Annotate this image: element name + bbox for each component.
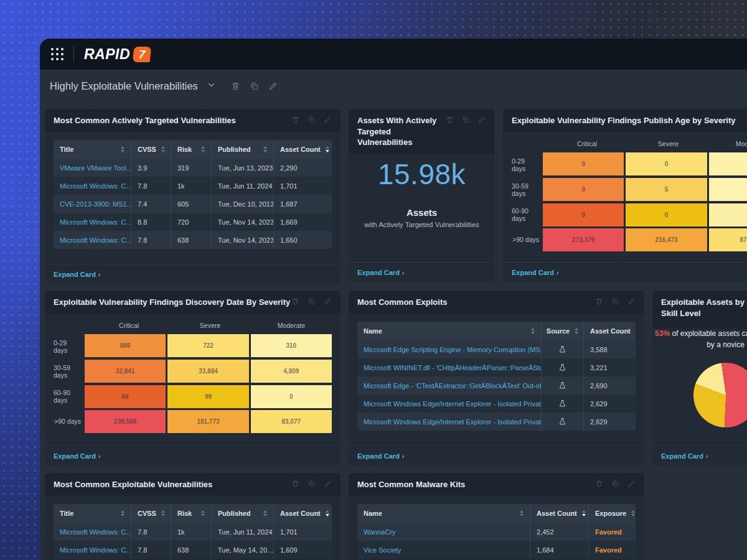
table-row[interactable]: WannaCry 2,452 Favored: [357, 523, 636, 541]
column-header[interactable]: Risk: [171, 504, 211, 523]
column-header[interactable]: Asset Count: [273, 504, 332, 523]
expand-card-link[interactable]: Expand Card›: [357, 269, 405, 276]
vuln-title-link[interactable]: Microsoft Windows: C…: [54, 541, 131, 559]
exploit-name-link[interactable]: Microsoft Edge Scripting Engine - Memory…: [357, 340, 541, 358]
heatmap-cell[interactable]: 33,884: [167, 360, 248, 383]
column-header[interactable]: Asset Count: [273, 140, 332, 159]
expand-card-link[interactable]: Expand Card›: [661, 452, 708, 460]
table-row[interactable]: Microsoft Windows Edge/Internet Explorer…: [357, 394, 636, 413]
malware-name-link[interactable]: WannaCry: [357, 523, 530, 541]
column-header[interactable]: CVSS: [131, 504, 171, 523]
table-row[interactable]: Microsoft WININET.dll - 'CHttpÂHeaderÂPa…: [357, 358, 636, 376]
heatmap-cell[interactable]: 66: [85, 385, 166, 408]
column-header[interactable]: Exposure: [588, 504, 636, 523]
duplicate-icon[interactable]: [611, 480, 619, 488]
heatmap-cell[interactable]: 886: [85, 334, 166, 357]
table-row[interactable]: Microsoft Edge Scripting Engine - Memory…: [357, 340, 636, 358]
heatmap-cell[interactable]: 99: [167, 385, 248, 408]
malware-name-link[interactable]: Vice Society: [357, 541, 530, 559]
heatmap-cell[interactable]: 0: [251, 385, 332, 408]
trash-icon[interactable]: [595, 297, 603, 306]
column-header[interactable]: CVSS: [131, 140, 171, 159]
column-header[interactable]: Name: [357, 322, 541, 340]
trash-icon[interactable]: [291, 480, 299, 488]
duplicate-icon[interactable]: [308, 480, 316, 488]
edit-icon[interactable]: [268, 82, 278, 91]
vuln-title-link[interactable]: VMware VMware Tool…: [54, 159, 131, 177]
skill-level-pie-chart[interactable]: [693, 363, 747, 427]
heatmap-cell[interactable]: 239,586: [85, 410, 166, 433]
table-row[interactable]: Microsoft Windows: C… 7.8 1k Tue, Jun 11…: [54, 523, 332, 541]
vuln-title-link[interactable]: CVE-2013-3900: MS1…: [54, 195, 131, 213]
vuln-title-link[interactable]: Microsoft Windows: C…: [54, 523, 131, 541]
table-row[interactable]: Microsoft Windows: C… 7.8 638 Tue, Nov 1…: [54, 231, 332, 249]
duplicate-icon[interactable]: [611, 297, 619, 306]
heatmap-cell[interactable]: 0: [543, 178, 624, 201]
edit-icon[interactable]: [324, 480, 332, 488]
column-header[interactable]: Published: [211, 140, 273, 159]
edit-icon[interactable]: [478, 116, 486, 124]
heatmap-cell[interactable]: 4,809: [251, 360, 332, 383]
heatmap-cell[interactable]: 273,379: [543, 228, 624, 251]
heatmap-cell[interactable]: 0: [709, 203, 747, 226]
table-row[interactable]: Microsoft Windows: C… 8.8 720 Tue, Nov 1…: [54, 213, 332, 231]
heatmap-cell[interactable]: 0: [626, 203, 707, 226]
duplicate-icon[interactable]: [308, 297, 316, 306]
heatmap-cell[interactable]: 32,841: [85, 360, 166, 383]
trash-icon[interactable]: [595, 480, 603, 488]
chevron-down-icon[interactable]: [207, 80, 216, 92]
heatmap-cell[interactable]: 87,877: [709, 228, 747, 251]
exploit-name-link[interactable]: Microsoft Windows Edge/Internet Explorer…: [357, 394, 541, 413]
trash-icon[interactable]: [291, 116, 299, 124]
exploit-name-link[interactable]: Microsoft Windows Edge/Internet Explorer…: [357, 413, 541, 431]
heatmap-cell[interactable]: 0: [543, 203, 624, 226]
table-row[interactable]: Microsoft Windows: C… 7.8 1k Tue, Jun 11…: [54, 177, 332, 195]
heatmap-cell[interactable]: 83,077: [251, 410, 332, 433]
expand-card-link[interactable]: Expand Card›: [512, 269, 559, 276]
duplicate-icon[interactable]: [462, 116, 470, 124]
heatmap-cell[interactable]: 181,773: [167, 410, 248, 433]
exploit-name-link[interactable]: Microsoft Edge - 'CTextÂExtractor::GetÂB…: [357, 376, 541, 394]
table-row[interactable]: VMware VMware Tool… 3.9 319 Tue, Jun 13,…: [54, 159, 332, 177]
asset-count-value: 1,701: [273, 177, 332, 195]
column-header[interactable]: Published: [211, 504, 273, 523]
expand-card-link[interactable]: Expand Card›: [357, 452, 405, 460]
column-header[interactable]: Name: [357, 504, 530, 523]
table-row[interactable]: CVE-2013-3900: MS1… 7.4 605 Tue, Dec 10,…: [54, 195, 332, 213]
heatmap-cell[interactable]: 310: [251, 334, 332, 357]
heatmap-cell[interactable]: 216,473: [626, 228, 707, 251]
table-row[interactable]: Microsoft Edge - 'CTextÂExtractor::GetÂB…: [357, 376, 636, 394]
trash-icon[interactable]: [291, 297, 299, 306]
expand-card-link[interactable]: Expand Card›: [54, 271, 101, 278]
column-header[interactable]: Title: [54, 140, 131, 159]
table-row[interactable]: Microsoft Windows Edge/Internet Explorer…: [357, 413, 636, 431]
edit-icon[interactable]: [324, 116, 332, 124]
heatmap-cell[interactable]: 0: [709, 178, 747, 201]
table-row[interactable]: Vice Society 1,684 Favored: [357, 541, 636, 559]
heatmap-cell[interactable]: 5: [626, 178, 707, 201]
duplicate-icon[interactable]: [308, 116, 316, 124]
vuln-title-link[interactable]: Microsoft Windows: C…: [54, 213, 131, 231]
heatmap-cell[interactable]: 0: [543, 152, 624, 175]
column-header[interactable]: Source: [541, 322, 583, 340]
heatmap-cell[interactable]: 722: [167, 334, 248, 357]
trash-icon[interactable]: [446, 116, 454, 124]
vuln-title-link[interactable]: Microsoft Windows: C…: [54, 177, 131, 195]
heatmap-cell[interactable]: 0: [626, 152, 707, 175]
trash-icon[interactable]: [231, 82, 240, 91]
column-header[interactable]: Risk: [171, 140, 211, 159]
duplicate-icon[interactable]: [250, 82, 259, 91]
expand-card-link[interactable]: Expand Card›: [54, 452, 101, 460]
exploit-name-link[interactable]: Microsoft WININET.dll - 'CHttpÂHeaderÂPa…: [357, 358, 541, 376]
edit-icon[interactable]: [324, 297, 332, 306]
edit-icon[interactable]: [627, 480, 636, 488]
vuln-title-link[interactable]: Microsoft Windows: C…: [54, 231, 131, 249]
edit-icon[interactable]: [627, 297, 636, 306]
column-header[interactable]: Asset Count: [583, 322, 636, 340]
column-header[interactable]: Asset Count: [530, 504, 588, 523]
table-row[interactable]: Microsoft Windows: C… 7.8 638 Tue, May 1…: [54, 541, 332, 559]
source-cell: [541, 340, 583, 358]
app-switcher-icon[interactable]: [51, 48, 63, 60]
heatmap-cell[interactable]: 0: [709, 152, 747, 175]
column-header[interactable]: Title: [54, 504, 131, 523]
